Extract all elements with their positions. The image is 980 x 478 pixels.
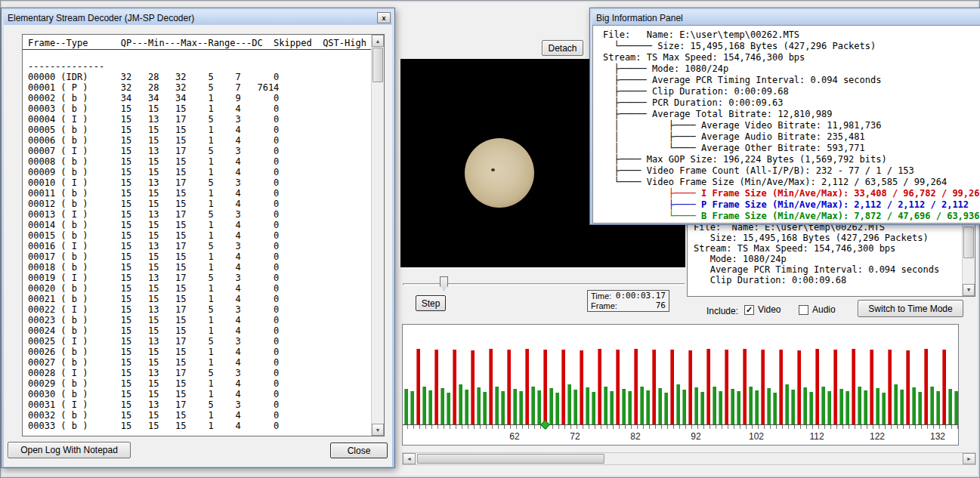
info-line: ├──── Video Frame Count (All-I/P/B): 232… [603,165,980,177]
chart-bars [404,344,958,424]
table-row[interactable]: -------------- [28,61,371,72]
frame-bar-b [936,391,940,424]
frame-bar-b [918,392,922,424]
info-panel-content: File: Name: E:\user\temp\00262.MTS └────… [592,25,980,224]
frame-bar-i [725,350,728,424]
slider-thumb[interactable] [440,276,448,291]
frame-bar-b [664,393,668,424]
frame-bar-b [441,388,444,424]
frame-bar-b [912,387,916,424]
dialog-close-button[interactable]: Close [330,443,388,458]
table-row[interactable]: 00006 ( b ) 15 15 15 1 4 0 [28,135,371,146]
ruler-minor-ticks [404,425,958,429]
info-panel-titlebar[interactable]: Big Information Panel [592,11,980,25]
info-line: └────── Size: 15,495,168 Bytes (427,296 … [603,41,980,52]
frame-bar-b [785,384,789,424]
seek-slider[interactable] [403,274,685,291]
table-row[interactable]: 00022 ( I ) 15 13 17 5 3 0 [28,304,371,315]
table-row[interactable]: 00009 ( b ) 15 15 15 1 4 0 [28,167,371,177]
table-row[interactable]: 00015 ( b ) 15 15 15 1 4 0 [28,230,371,241]
table-row[interactable]: 00032 ( b ) 15 15 15 1 4 0 [28,410,371,421]
frame-bar-b [404,389,408,424]
table-scrollbar[interactable]: ▲ ▼ [371,35,384,436]
frame-bar-i [815,349,819,424]
frame-bar-b [573,390,577,424]
table-row[interactable]: 00031 ( I ) 15 13 17 5 3 0 [28,399,371,410]
table-row[interactable]: 00002 ( b ) 34 34 34 1 9 0 [28,93,371,103]
open-log-button[interactable]: Open Log With Notepad [8,442,131,458]
scroll-left-button[interactable]: ◄ [403,453,416,464]
scroll-down-button[interactable]: ▼ [372,424,384,436]
table-row[interactable]: 00021 ( b ) 15 15 15 1 4 0 [28,294,371,304]
frame-bar-i [906,350,910,424]
table-row[interactable]: 00001 ( P ) 32 28 32 5 7 7614 [28,82,371,93]
table-row[interactable]: 00013 ( I ) 15 13 17 5 3 0 [28,209,371,220]
table-row[interactable]: 00017 ( b ) 15 15 15 1 4 0 [28,251,371,262]
sun-image [465,138,534,208]
chart-scrollbar[interactable]: ◄ ► [402,452,976,465]
frame-bar-b [858,387,861,424]
audio-checkbox[interactable]: Audio [799,304,836,315]
table-header: Frame--Type QP---Min---Max--Range---DC S… [23,35,371,50]
scrollbar-thumb[interactable] [417,454,604,464]
detach-button[interactable]: Detach [542,40,583,56]
audio-checkbox-box [799,305,808,315]
table-row[interactable]: 00008 ( b ) 15 15 15 1 4 0 [28,156,371,167]
table-row[interactable]: 00024 ( b ) 15 15 15 1 4 0 [28,325,371,336]
table-row[interactable]: 00012 ( b ) 15 15 15 1 4 0 [28,199,371,209]
table-row[interactable]: 00023 ( b ) 15 15 15 1 4 0 [28,315,371,325]
frame-bar-b [749,387,753,424]
table-row[interactable]: 00016 ( I ) 15 13 17 5 3 0 [28,241,371,251]
frame-bar-i [670,350,674,424]
table-row[interactable]: 00028 ( I ) 15 13 17 5 3 0 [28,368,371,378]
table-row[interactable]: 00004 ( I ) 15 13 17 5 3 0 [28,114,371,125]
frame-bar-i [706,349,710,424]
table-row[interactable]: 00007 ( I ) 15 13 17 5 3 0 [28,146,371,156]
info-line: ├───── Clip Duration: 0:00:09.68 [603,86,980,97]
table-row[interactable] [28,51,371,61]
frame-bar-b [658,388,662,424]
table-row[interactable]: 00029 ( b ) 15 15 15 1 4 0 [28,378,371,389]
frame-bar-i [761,350,765,424]
table-row[interactable]: 00025 ( I ) 15 13 17 5 3 0 [28,336,371,347]
frame-bar-b [900,390,904,424]
frame-bar-b [640,387,644,424]
info-line: └──── Video Frame Size (Min/Ave/Max): 2,… [603,177,980,188]
video-checkbox[interactable]: ✓ Video [744,304,781,315]
scroll-up-icon: ▲ [376,39,381,44]
scroll-up-button[interactable]: ▲ [372,35,384,47]
table-row[interactable]: 00020 ( b ) 15 15 15 1 4 0 [28,283,371,294]
step-button[interactable]: Step [416,295,446,311]
frame-bar-i [580,350,583,424]
table-row[interactable]: 00027 ( b ) 15 15 15 1 4 0 [28,357,371,368]
frame-bar-b [827,391,831,424]
close-button[interactable]: x [377,12,391,23]
frame-value: 76 [656,301,666,310]
switch-to-time-mode-button[interactable]: Switch to Time Mode [858,300,963,317]
scroll-right-button[interactable]: ► [963,453,975,464]
table-row[interactable]: 00000 (IDR) 32 28 32 5 7 0 [28,72,371,82]
table-row[interactable]: 00014 ( b ) 15 15 15 1 4 0 [28,220,371,230]
scroll-down-button[interactable]: ▼ [963,284,975,296]
table-row[interactable]: 00033 ( b ) 15 15 15 1 4 0 [28,421,371,431]
frame-bar-b [876,388,880,424]
frame-bar-b [465,390,468,424]
table-row[interactable]: 00010 ( I ) 15 13 17 5 3 0 [28,177,371,188]
frame-bar-b [864,390,867,424]
table-row[interactable]: 00019 ( I ) 15 13 17 5 3 0 [28,273,371,283]
scrollbar-thumb[interactable] [963,227,974,258]
scrollbar-thumb[interactable] [373,48,383,82]
decoder-titlebar[interactable]: Elementary Stream Decoder (JM-SP Decoder… [4,11,392,25]
frame-bar-i [525,349,529,424]
frame-bar-b [791,390,795,424]
axis-tick-label: 112 [809,431,824,442]
audio-checkbox-label: Audio [812,304,836,315]
table-row[interactable]: 00030 ( b ) 15 15 15 1 4 0 [28,389,371,399]
table-row[interactable]: 00003 ( b ) 15 15 15 1 4 0 [28,103,371,114]
table-row[interactable]: 00026 ( b ) 15 15 15 1 4 0 [28,347,371,357]
table-row[interactable]: 00011 ( b ) 15 15 15 1 4 0 [28,188,371,199]
frame-bar-b [676,384,680,424]
table-row[interactable]: 00005 ( b ) 15 15 15 1 4 0 [28,125,371,135]
table-row[interactable]: 00018 ( b ) 15 15 15 1 4 0 [28,262,371,273]
frame-bar-b [773,393,777,424]
